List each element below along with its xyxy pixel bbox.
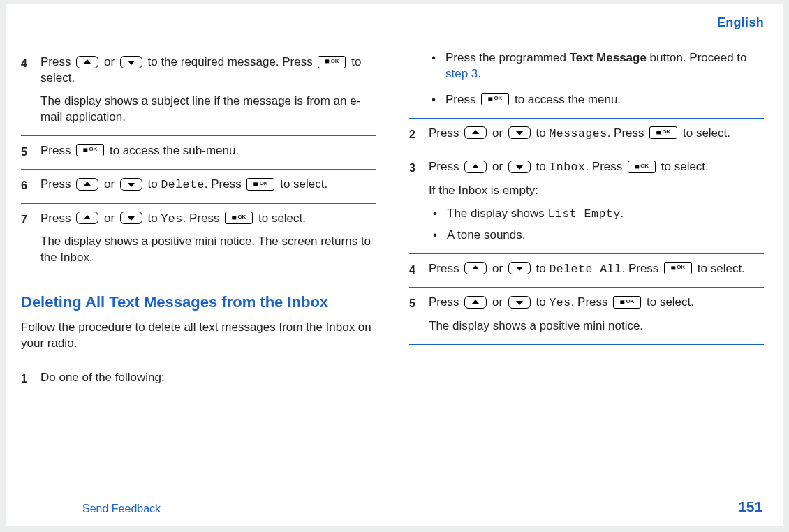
step-number: 7 <box>21 211 40 228</box>
step-text: Press or to Yes. Press OK to select. <box>40 211 376 227</box>
step-number: 5 <box>409 295 429 311</box>
step-row: 1 Do one of the following: <box>21 363 376 397</box>
list-item: Press OK to access the menu. <box>429 92 764 108</box>
step-number-empty <box>409 47 429 49</box>
text: or <box>492 160 506 173</box>
step-number: 1 <box>21 370 40 387</box>
text: Press <box>40 212 74 225</box>
step-text: Press or to Delete All. Press OK to sele… <box>429 261 764 277</box>
step-row: 5 Press or to Yes. Press OK to select. T… <box>409 288 764 344</box>
step-row: 5 Press OK to access the sub-menu. <box>21 136 376 170</box>
up-arrow-icon <box>464 296 487 309</box>
text: or <box>492 262 506 275</box>
text: to <box>148 177 161 191</box>
step-text: Press OK to access the sub-menu. <box>40 143 376 159</box>
section-intro-text: Follow the procedure to delete all text … <box>21 320 376 352</box>
left-column: 4 Press or to the required message. Pres… <box>21 47 376 396</box>
menu-option: Delete <box>161 178 204 191</box>
list-item: A tone sounds. <box>430 228 764 244</box>
text: . Press <box>585 160 626 173</box>
down-arrow-icon <box>508 296 531 309</box>
text: to <box>148 212 161 225</box>
step-text: The display shows a positive mini notice… <box>429 318 764 334</box>
menu-option: Delete All <box>549 263 621 276</box>
header-language: English <box>717 14 764 31</box>
step-row: 6 Press or to Delete. Press OK to select… <box>21 170 376 204</box>
list-item: The display shows List Empty. <box>430 206 764 222</box>
step-text: Press or to Messages. Press OK to select… <box>429 126 764 142</box>
section-heading: Deleting All Text Messages from the Inbo… <box>21 292 376 313</box>
text: Press <box>40 55 74 68</box>
text: to <box>536 160 550 173</box>
text: . Press <box>571 295 612 309</box>
ok-button-icon: OK <box>481 93 509 105</box>
ok-button-icon: OK <box>649 126 677 139</box>
ok-button-icon: OK <box>76 144 104 156</box>
text: . Press <box>621 262 662 275</box>
down-arrow-icon <box>508 161 531 173</box>
step-row: 4 Press or to the required message. Pres… <box>21 47 376 136</box>
menu-option: Yes <box>549 296 570 309</box>
step-text: Do one of the following: <box>40 370 376 386</box>
up-arrow-icon <box>76 212 98 224</box>
step-body: Press or to Inbox. Press OK to select. I… <box>429 159 764 243</box>
ok-button-icon: OK <box>628 161 656 173</box>
step-number: 5 <box>21 143 40 160</box>
text: to select. <box>683 126 730 140</box>
text: to select. <box>661 160 709 173</box>
step-link[interactable]: step 3 <box>445 67 478 80</box>
text: to select. <box>258 212 306 225</box>
document-page: English 4 Press or to the required messa… <box>6 4 783 526</box>
text: . Press <box>205 177 245 191</box>
text: Press <box>429 160 462 173</box>
step-text: The display shows a positive mini notice… <box>40 234 376 266</box>
text: Press <box>429 262 462 275</box>
step-number: 2 <box>409 126 429 142</box>
up-arrow-icon <box>464 262 487 274</box>
text: or <box>492 295 506 309</box>
text: Press the programmed <box>445 51 570 64</box>
step-number: 3 <box>409 159 429 176</box>
down-arrow-icon <box>508 262 531 274</box>
text: or <box>104 177 118 191</box>
ok-button-icon: OK <box>225 212 253 224</box>
step-number: 4 <box>409 261 429 278</box>
step-body: Press the programmed Text Message button… <box>429 47 764 108</box>
step-row: 7 Press or to Yes. Press OK to select. T… <box>21 204 376 276</box>
up-arrow-icon <box>76 178 98 191</box>
up-arrow-icon <box>76 56 98 68</box>
page-footer: Send Feedback 151 <box>6 497 783 517</box>
down-arrow-icon <box>508 126 531 139</box>
two-column-layout: 4 Press or to the required message. Pres… <box>21 47 764 396</box>
step-row-continuation: Press the programmed Text Message button… <box>409 47 764 119</box>
bold-text: Text Message <box>570 51 647 64</box>
text: . Press <box>183 212 223 225</box>
ok-button-icon: OK <box>246 178 274 191</box>
step-row: 4 Press or to Delete All. Press OK to se… <box>409 254 764 288</box>
text: to select. <box>280 177 327 191</box>
step-text: Press or to Inbox. Press OK to select. <box>429 159 764 175</box>
page-number: 151 <box>738 497 762 517</box>
step-body: Press or to Yes. Press OK to select. The… <box>429 295 764 334</box>
step-number: 4 <box>21 54 40 71</box>
step-text: If the Inbox is empty: <box>429 183 764 199</box>
step-body: Press OK to access the sub-menu. <box>40 143 376 159</box>
text: . Press <box>607 126 648 140</box>
step-body: Press or to Delete All. Press OK to sele… <box>429 261 764 277</box>
text: or <box>104 212 118 225</box>
step-text: Press or to Yes. Press OK to select. <box>429 295 764 311</box>
step-body: Press or to Messages. Press OK to select… <box>429 126 764 142</box>
text: button. Proceed to <box>647 51 747 64</box>
right-column: Press the programmed Text Message button… <box>409 47 764 396</box>
text: to access the sub-menu. <box>110 144 239 157</box>
step-body: Press or to Delete. Press OK to select. <box>40 177 376 193</box>
step-text: Press or to Delete. Press OK to select. <box>40 177 376 193</box>
send-feedback-link[interactable]: Send Feedback <box>82 501 161 517</box>
list-item: Press the programmed Text Message button… <box>429 50 764 82</box>
text: . <box>621 207 624 220</box>
down-arrow-icon <box>120 178 142 191</box>
text: Press <box>429 295 462 309</box>
text: to <box>536 295 550 309</box>
up-arrow-icon <box>464 126 487 139</box>
sub-list: The display shows List Empty. A tone sou… <box>429 206 764 244</box>
